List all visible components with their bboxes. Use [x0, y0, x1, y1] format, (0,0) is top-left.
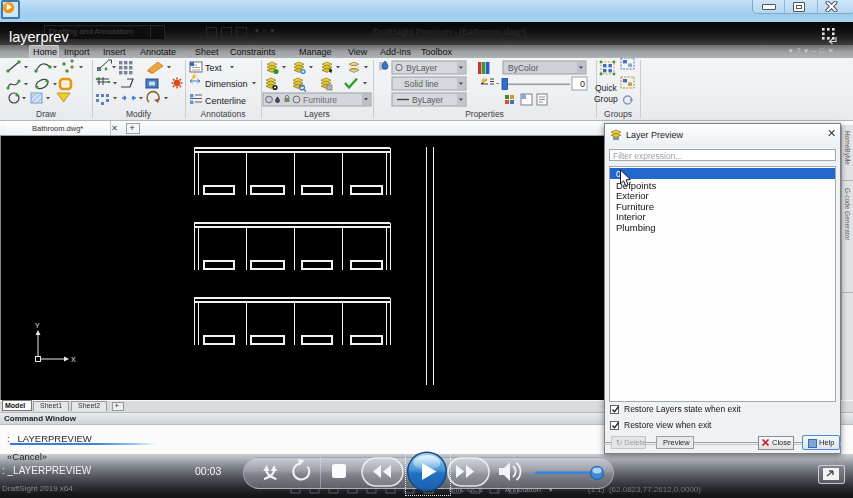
svg-text:X: X [71, 356, 76, 363]
svg-text:Y: Y [35, 322, 40, 329]
